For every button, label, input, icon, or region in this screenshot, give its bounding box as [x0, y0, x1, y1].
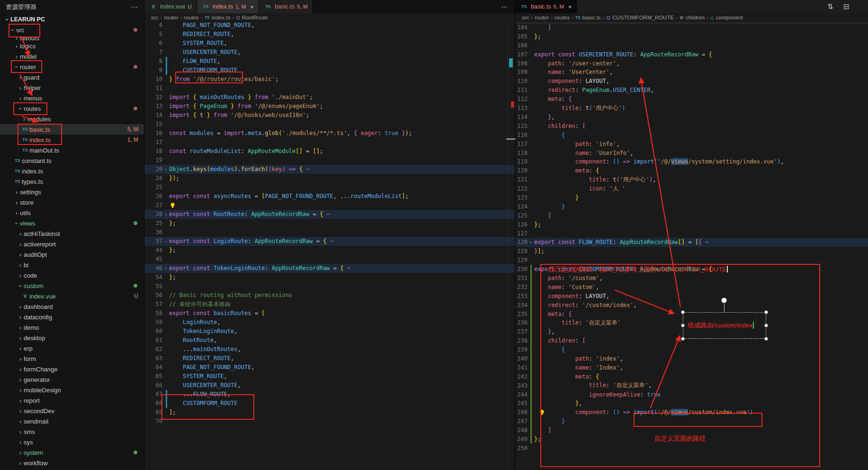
chevron-right-icon[interactable]: › — [17, 251, 24, 258]
right-code-editor[interactable]: 76export const SYSTEM_ROUTE: AppRouteRec… — [515, 13, 868, 470]
code-line-120[interactable]: 120 meta: { — [515, 166, 868, 175]
tree-item-activereport[interactable]: ›activereport — [0, 239, 144, 249]
code-line-113[interactable]: 113 title: t('用户中心') — [515, 104, 868, 113]
code-line-17[interactable]: 17 — [144, 138, 515, 147]
code-line-114[interactable]: 114 }, — [515, 113, 868, 122]
tree-item-code[interactable]: ›code — [0, 270, 144, 280]
code-line-11[interactable]: 11 — [144, 84, 515, 93]
chevron-right-icon[interactable]: › — [17, 262, 24, 269]
code-line-232[interactable]: 232 name: 'Custom', — [515, 282, 868, 291]
chevron-right-icon[interactable]: › — [17, 366, 24, 373]
code-line-249[interactable]: 249}; — [515, 435, 868, 444]
chevron-right-icon[interactable]: › — [17, 272, 24, 279]
tree-item-mainOut.ts[interactable]: TSmainOut.ts — [0, 145, 144, 155]
code-line-121[interactable]: 121 title: t('用户中心'), — [515, 175, 868, 184]
code-line-66[interactable]: 66 USERCENTER_ROUTE, — [144, 381, 515, 390]
code-line-247[interactable]: 247 } — [515, 417, 868, 426]
code-line-20[interactable]: 20›Object.keys(modules).forEach((key) =>… — [144, 165, 515, 174]
code-line-7[interactable]: 7 USERCENTER_ROUTE, — [144, 48, 515, 57]
code-line-46[interactable]: 46›export const TokenLoginRoute: AppRout… — [144, 264, 515, 273]
chevron-right-icon[interactable]: › — [13, 199, 20, 206]
chevron-right-icon[interactable]: › — [17, 376, 24, 383]
code-line-244[interactable]: 244 ignoreKeepAlive: true — [515, 390, 868, 399]
breadcrumb-item-component[interactable]: component — [716, 15, 743, 20]
code-line-57[interactable]: 57// 未经许可的基本路由 — [144, 300, 515, 309]
chevron-down-icon[interactable]: › — [9, 27, 17, 33]
tab-index.ts[interactable]: TSindex.ts1, M× — [197, 0, 259, 13]
code-line-127[interactable]: 127 — [515, 229, 868, 238]
tree-item-modules[interactable]: ›modules — [0, 114, 144, 124]
code-line-228[interactable]: 228}]; — [515, 247, 868, 256]
tree-item-generator[interactable]: ›generator — [0, 374, 144, 385]
chevron-right-icon[interactable]: › — [17, 397, 24, 404]
chevron-right-icon[interactable]: › — [13, 189, 20, 196]
code-line-236[interactable]: 236 title: '自定义菜单' — [515, 318, 868, 327]
tree-item-utils[interactable]: ›utils — [0, 208, 144, 218]
breadcrumb-item-RootRoute[interactable]: RootRoute — [242, 15, 268, 20]
code-line-239[interactable]: 239 { — [515, 345, 868, 354]
tree-item-layouts[interactable]: ›layouts — [0, 35, 144, 41]
tree-item-sms[interactable]: ›sms — [0, 426, 144, 437]
tree-item-secondDev[interactable]: ›secondDev — [0, 406, 144, 416]
tree-item-auditOpt[interactable]: ›auditOpt — [0, 249, 144, 260]
close-icon[interactable]: × — [250, 3, 254, 10]
fold-chevron-icon[interactable]: › — [528, 239, 534, 245]
fold-chevron-icon[interactable]: › — [162, 265, 169, 271]
chevron-down-icon[interactable]: › — [13, 220, 20, 226]
code-line-230[interactable]: 230export const CUSTOMFORM_ROUTE: AppRou… — [515, 265, 868, 274]
editor-layout-icon[interactable]: ⊟ — [843, 2, 850, 11]
code-line-126[interactable]: 126}; — [515, 220, 868, 229]
code-line-25[interactable]: 25 — [144, 183, 515, 192]
code-line-237[interactable]: 237 }, — [515, 327, 868, 336]
tree-item-demo[interactable]: ›demo — [0, 322, 144, 333]
tree-item-sys[interactable]: ›sys — [0, 437, 144, 447]
code-line-58[interactable]: 58export const basicRoutes = [ — [144, 309, 515, 318]
code-line-105[interactable]: 105}; — [515, 32, 868, 41]
code-line-70[interactable]: 70 — [144, 417, 515, 426]
chevron-right-icon[interactable]: › — [17, 407, 24, 415]
code-line-65[interactable]: 65 SYSTEM_ROUTE, — [144, 372, 515, 381]
code-line-235[interactable]: 235 meta: { — [515, 309, 868, 318]
chevron-down-icon[interactable]: › — [4, 16, 11, 23]
code-line-240[interactable]: 240 path: 'index', — [515, 354, 868, 363]
tree-item-actHiTaskinst[interactable]: ›actHiTaskinst — [0, 228, 144, 239]
chevron-right-icon[interactable]: › — [17, 314, 24, 321]
code-line-111[interactable]: 111 redirect: PageEnum.USER_CENTER, — [515, 86, 868, 95]
tree-item-types.ts[interactable]: TStypes.ts — [0, 176, 144, 187]
code-line-243[interactable]: 243 title: '自定义菜单', — [515, 381, 868, 390]
chevron-right-icon[interactable]: › — [17, 460, 24, 467]
code-line-16[interactable]: 16const modules = import.meta.glob('./mo… — [144, 129, 515, 138]
code-line-122[interactable]: 122 icon: '人 ' — [515, 184, 868, 193]
tree-item-src[interactable]: ›src — [0, 25, 144, 35]
breadcrumb-item-index.ts[interactable]: index.ts — [212, 15, 231, 20]
code-line-68[interactable]: 68 CUSTOMFORM_ROUTE — [144, 399, 515, 408]
chevron-right-icon[interactable]: › — [13, 53, 20, 60]
ruler-mark-modified[interactable] — [509, 58, 513, 67]
tree-item-router[interactable]: ›router — [0, 62, 144, 72]
code-line-61[interactable]: 61 RootRoute, — [144, 336, 515, 345]
code-line-118[interactable]: 118 name: 'UserInfo', — [515, 148, 868, 157]
code-line-55[interactable]: 55 — [144, 282, 515, 291]
lightbulb-icon[interactable] — [539, 409, 545, 417]
close-icon[interactable]: × — [568, 3, 572, 10]
chevron-right-icon[interactable]: › — [13, 35, 20, 41]
code-line-64[interactable]: 64 PAGE_NOT_FOUND_ROUTE, — [144, 363, 515, 372]
chevron-right-icon[interactable]: › — [21, 116, 27, 123]
tree-item-bi[interactable]: ›bi — [0, 260, 144, 270]
code-line-104[interactable]: 104 ] — [515, 23, 868, 32]
chevron-right-icon[interactable]: › — [17, 387, 24, 394]
tree-item-settings[interactable]: ›settings — [0, 187, 144, 197]
tree-item-report[interactable]: ›report — [0, 395, 144, 406]
code-line-59[interactable]: 59 LoginRoute, — [144, 318, 515, 327]
chevron-right-icon[interactable]: › — [17, 428, 24, 435]
code-line-15[interactable]: 15 — [144, 120, 515, 129]
code-line-19[interactable]: 19 — [144, 156, 515, 165]
code-line-124[interactable]: 124 } — [515, 202, 868, 211]
code-line-116[interactable]: 116 { — [515, 130, 868, 139]
tree-item-routes[interactable]: ›routes — [0, 103, 144, 114]
chevron-right-icon[interactable]: › — [17, 303, 24, 310]
code-line-5[interactable]: 5 REDIRECT_ROUTE, — [144, 30, 515, 39]
chevron-right-icon[interactable]: › — [17, 230, 24, 237]
more-actions-icon[interactable]: ⋯ — [501, 3, 508, 10]
ruler-mark-cursor[interactable] — [506, 138, 516, 140]
